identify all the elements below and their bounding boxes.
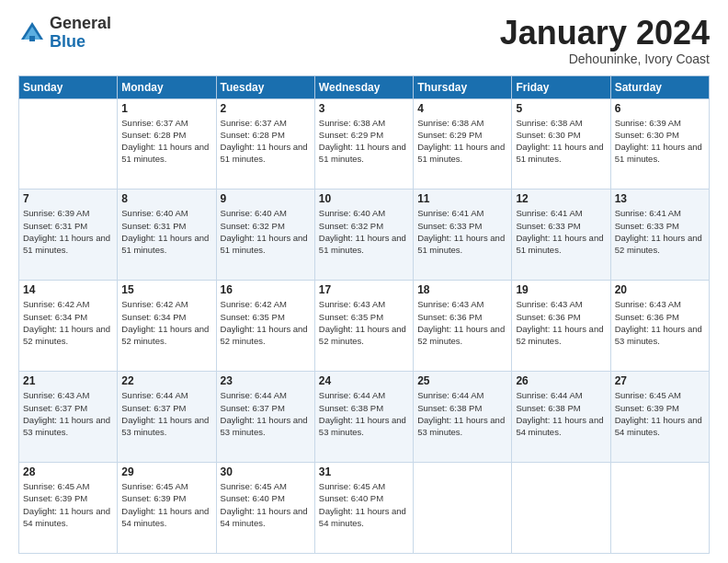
day-info: Sunrise: 6:45 AMSunset: 6:39 PMDaylight:… [23,480,113,529]
calendar-cell: 28Sunrise: 6:45 AMSunset: 6:39 PMDayligh… [19,463,118,554]
calendar-cell: 13Sunrise: 6:41 AMSunset: 6:33 PMDayligh… [610,190,709,281]
day-info: Sunrise: 6:40 AMSunset: 6:32 PMDaylight:… [221,207,311,256]
day-info: Sunrise: 6:45 AMSunset: 6:39 PMDaylight:… [615,389,705,438]
day-number: 13 [615,192,705,205]
day-info: Sunrise: 6:39 AMSunset: 6:30 PMDaylight:… [615,117,705,166]
day-info: Sunrise: 6:43 AMSunset: 6:37 PMDaylight:… [23,389,113,438]
logo: General Blue [18,15,111,52]
calendar-cell: 21Sunrise: 6:43 AMSunset: 6:37 PMDayligh… [19,372,118,463]
day-info: Sunrise: 6:38 AMSunset: 6:30 PMDaylight:… [516,117,606,166]
logo-blue: Blue [50,32,85,51]
calendar-cell: 3Sunrise: 6:38 AMSunset: 6:29 PMDaylight… [314,98,413,190]
day-number: 15 [121,283,211,296]
day-number: 10 [319,192,409,205]
calendar-cell: 23Sunrise: 6:44 AMSunset: 6:37 PMDayligh… [216,372,314,463]
day-number: 1 [121,102,211,115]
calendar-cell: 18Sunrise: 6:43 AMSunset: 6:36 PMDayligh… [414,281,512,372]
day-number: 19 [516,283,606,296]
day-number: 8 [121,192,211,205]
day-info: Sunrise: 6:41 AMSunset: 6:33 PMDaylight:… [516,207,606,256]
logo-icon [18,19,46,47]
day-info: Sunrise: 6:42 AMSunset: 6:35 PMDaylight:… [221,298,311,347]
day-info: Sunrise: 6:44 AMSunset: 6:37 PMDaylight:… [121,389,211,438]
calendar-cell: 20Sunrise: 6:43 AMSunset: 6:36 PMDayligh… [610,281,709,372]
day-number: 11 [417,192,507,205]
day-info: Sunrise: 6:43 AMSunset: 6:35 PMDaylight:… [319,298,409,347]
calendar-cell: 24Sunrise: 6:44 AMSunset: 6:38 PMDayligh… [314,372,413,463]
page: General Blue January 2024 Dehouninke, Iv… [0,0,728,563]
day-info: Sunrise: 6:37 AMSunset: 6:28 PMDaylight:… [221,117,311,166]
day-number: 31 [319,465,409,478]
day-info: Sunrise: 6:45 AMSunset: 6:39 PMDaylight:… [121,480,211,529]
calendar-week-1: 1Sunrise: 6:37 AMSunset: 6:28 PMDaylight… [19,98,710,190]
day-number: 4 [417,102,507,115]
calendar-cell: 4Sunrise: 6:38 AMSunset: 6:29 PMDaylight… [414,98,512,190]
calendar-cell: 26Sunrise: 6:44 AMSunset: 6:38 PMDayligh… [512,372,610,463]
day-number: 17 [319,283,409,296]
day-info: Sunrise: 6:44 AMSunset: 6:37 PMDaylight:… [221,389,311,438]
calendar-cell: 10Sunrise: 6:40 AMSunset: 6:32 PMDayligh… [314,190,413,281]
calendar-week-4: 21Sunrise: 6:43 AMSunset: 6:37 PMDayligh… [19,372,710,463]
day-number: 2 [221,102,311,115]
day-info: Sunrise: 6:37 AMSunset: 6:28 PMDaylight:… [121,117,211,166]
col-monday: Monday [118,75,216,98]
day-info: Sunrise: 6:43 AMSunset: 6:36 PMDaylight:… [516,298,606,347]
day-info: Sunrise: 6:41 AMSunset: 6:33 PMDaylight:… [417,207,507,256]
day-number: 22 [121,374,211,387]
calendar-cell: 15Sunrise: 6:42 AMSunset: 6:34 PMDayligh… [118,281,216,372]
calendar-cell [19,98,118,190]
calendar-cell: 17Sunrise: 6:43 AMSunset: 6:35 PMDayligh… [314,281,413,372]
calendar-cell: 9Sunrise: 6:40 AMSunset: 6:32 PMDaylight… [216,190,314,281]
calendar-cell: 12Sunrise: 6:41 AMSunset: 6:33 PMDayligh… [512,190,610,281]
title-location: Dehouninke, Ivory Coast [500,52,710,66]
day-number: 26 [516,374,606,387]
calendar-cell [512,463,610,554]
calendar-cell [610,463,709,554]
calendar-week-2: 7Sunrise: 6:39 AMSunset: 6:31 PMDaylight… [19,190,710,281]
day-info: Sunrise: 6:43 AMSunset: 6:36 PMDaylight:… [615,298,705,347]
col-sunday: Sunday [19,75,118,98]
day-number: 18 [417,283,507,296]
day-number: 3 [319,102,409,115]
svg-rect-2 [29,36,35,41]
logo-general: General [50,14,111,32]
calendar-week-3: 14Sunrise: 6:42 AMSunset: 6:34 PMDayligh… [19,281,710,372]
day-info: Sunrise: 6:40 AMSunset: 6:31 PMDaylight:… [121,207,211,256]
day-info: Sunrise: 6:43 AMSunset: 6:36 PMDaylight:… [417,298,507,347]
calendar-cell: 14Sunrise: 6:42 AMSunset: 6:34 PMDayligh… [19,281,118,372]
calendar-cell: 27Sunrise: 6:45 AMSunset: 6:39 PMDayligh… [610,372,709,463]
day-info: Sunrise: 6:42 AMSunset: 6:34 PMDaylight:… [23,298,113,347]
calendar-cell: 8Sunrise: 6:40 AMSunset: 6:31 PMDaylight… [118,190,216,281]
day-number: 5 [516,102,606,115]
calendar-cell: 2Sunrise: 6:37 AMSunset: 6:28 PMDaylight… [216,98,314,190]
day-number: 20 [615,283,705,296]
header: General Blue January 2024 Dehouninke, Iv… [18,15,710,66]
day-number: 16 [221,283,311,296]
calendar-cell: 6Sunrise: 6:39 AMSunset: 6:30 PMDaylight… [610,98,709,190]
day-number: 23 [221,374,311,387]
day-info: Sunrise: 6:44 AMSunset: 6:38 PMDaylight:… [516,389,606,438]
day-info: Sunrise: 6:38 AMSunset: 6:29 PMDaylight:… [417,117,507,166]
calendar-table: Sunday Monday Tuesday Wednesday Thursday… [18,75,710,554]
day-number: 7 [23,192,113,205]
day-number: 12 [516,192,606,205]
day-info: Sunrise: 6:40 AMSunset: 6:32 PMDaylight:… [319,207,409,256]
col-tuesday: Tuesday [216,75,314,98]
day-number: 30 [221,465,311,478]
day-info: Sunrise: 6:44 AMSunset: 6:38 PMDaylight:… [319,389,409,438]
calendar-cell: 11Sunrise: 6:41 AMSunset: 6:33 PMDayligh… [414,190,512,281]
day-info: Sunrise: 6:45 AMSunset: 6:40 PMDaylight:… [319,480,409,529]
day-number: 28 [23,465,113,478]
calendar-cell: 29Sunrise: 6:45 AMSunset: 6:39 PMDayligh… [118,463,216,554]
day-number: 27 [615,374,705,387]
day-number: 29 [121,465,211,478]
day-info: Sunrise: 6:45 AMSunset: 6:40 PMDaylight:… [221,480,311,529]
day-info: Sunrise: 6:41 AMSunset: 6:33 PMDaylight:… [615,207,705,256]
day-number: 24 [319,374,409,387]
col-friday: Friday [512,75,610,98]
calendar-cell: 25Sunrise: 6:44 AMSunset: 6:38 PMDayligh… [414,372,512,463]
day-number: 21 [23,374,113,387]
calendar-week-5: 28Sunrise: 6:45 AMSunset: 6:39 PMDayligh… [19,463,710,554]
day-info: Sunrise: 6:39 AMSunset: 6:31 PMDaylight:… [23,207,113,256]
calendar-cell [414,463,512,554]
